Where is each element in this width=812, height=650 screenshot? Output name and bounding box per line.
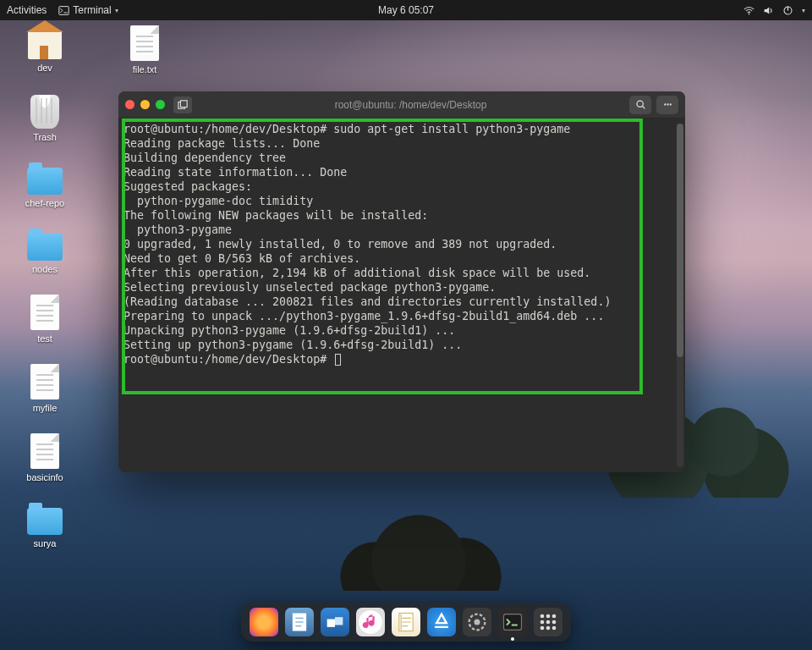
dock (241, 603, 571, 642)
gear-icon (465, 610, 489, 634)
dock-item-notes[interactable] (392, 608, 420, 636)
svg-point-26 (552, 620, 557, 625)
svg-point-24 (540, 620, 545, 625)
terminal-icon (501, 610, 524, 634)
svg-point-25 (546, 620, 551, 625)
notes-icon (394, 610, 418, 634)
file-icon (130, 25, 159, 61)
new-tab-button[interactable] (173, 96, 192, 113)
maximize-icon[interactable] (156, 100, 165, 109)
svg-rect-5 (180, 100, 187, 107)
svg-rect-0 (59, 6, 69, 14)
svg-rect-15 (327, 620, 335, 627)
activities-button[interactable]: Activities (7, 4, 47, 16)
terminal-scrollbar[interactable] (677, 124, 683, 467)
music-icon (359, 610, 382, 634)
file-icon (30, 295, 59, 330)
desktop-icon-basicinfo[interactable]: basicinfo (15, 433, 74, 482)
chevron-down-icon: ▾ (115, 7, 118, 14)
window-title: root@ubuntu: /home/dev/Desktop (192, 99, 629, 111)
minimize-icon[interactable] (140, 100, 150, 109)
window-controls (125, 100, 165, 109)
dock-item-app-store[interactable] (427, 608, 456, 636)
desktop-icon-label: test (37, 333, 52, 344)
folder-icon (27, 234, 63, 261)
desktop-icon-label: basicinfo (26, 472, 63, 482)
close-icon[interactable] (125, 100, 134, 109)
terminal-icon (58, 5, 69, 16)
svg-point-8 (664, 103, 666, 105)
app-menu[interactable]: Terminal ▾ (58, 4, 118, 16)
desktop-icon-myfile[interactable]: myfile (15, 364, 74, 413)
desktop-icon-dev[interactable]: dev (15, 25, 74, 74)
terminal-titlebar[interactable]: root@ubuntu: /home/dev/Desktop (118, 91, 685, 118)
power-icon[interactable] (782, 5, 793, 16)
svg-point-21 (540, 614, 545, 619)
text-editor-icon (288, 610, 311, 634)
svg-point-23 (552, 614, 557, 619)
svg-point-27 (540, 626, 545, 631)
folder-icon (27, 168, 63, 195)
folder-icon (27, 508, 63, 535)
app-menu-label: Terminal (73, 4, 111, 16)
files-icon (323, 610, 347, 634)
svg-rect-16 (335, 617, 343, 625)
scrollbar-thumb[interactable] (677, 124, 683, 357)
dock-item-music[interactable] (356, 608, 385, 636)
dock-item-firefox[interactable] (250, 608, 278, 636)
dock-item-settings[interactable] (463, 608, 491, 636)
dock-item-text-editor[interactable] (285, 608, 314, 636)
top-bar: Activities Terminal ▾ May 6 05:07 ▾ (0, 0, 812, 20)
hamburger-menu-button[interactable] (656, 96, 678, 114)
dock-item-apps-grid[interactable] (534, 608, 562, 636)
desktop-icon-label: nodes (32, 264, 58, 274)
desktop-icon-label: chef-repo (25, 198, 64, 208)
trash-icon (30, 95, 59, 129)
desktop-icon-label: file.txt (133, 64, 157, 74)
desktop-icon-label: Trash (33, 132, 57, 142)
terminal-output: root@ubuntu:/home/dev/Desktop# sudo apt-… (123, 122, 680, 366)
svg-point-10 (669, 103, 671, 105)
desktop-icon-trash[interactable]: Trash (15, 95, 74, 142)
desktop-icon-filetxt[interactable]: file.txt (115, 25, 174, 74)
app-store-icon (430, 610, 453, 634)
terminal-body[interactable]: root@ubuntu:/home/dev/Desktop# sudo apt-… (118, 118, 685, 472)
svg-point-28 (546, 626, 551, 631)
svg-point-9 (667, 103, 668, 105)
svg-point-6 (637, 101, 643, 107)
home-folder-icon (28, 30, 62, 59)
svg-point-29 (552, 626, 557, 631)
clock[interactable]: May 6 05:07 (378, 4, 434, 16)
apps-grid-icon (536, 610, 560, 634)
system-menu-caret-icon[interactable]: ▾ (802, 7, 805, 14)
desktop-icon-label: dev (37, 63, 52, 73)
file-icon (30, 364, 59, 399)
file-icon (30, 433, 59, 469)
terminal-cursor (335, 354, 341, 366)
desktop-icon-nodes[interactable]: nodes (15, 229, 74, 274)
dock-item-files[interactable] (321, 608, 349, 636)
desktop-icon-label: surya (34, 538, 57, 548)
svg-rect-20 (504, 614, 522, 631)
svg-point-22 (546, 614, 551, 619)
desktop-icon-surya[interactable]: surya (15, 503, 74, 548)
svg-line-7 (642, 107, 645, 109)
desktop-icon-test[interactable]: test (15, 295, 74, 344)
wifi-icon[interactable] (743, 5, 754, 16)
desktop-icon-label: myfile (33, 403, 58, 413)
terminal-window[interactable]: root@ubuntu: /home/dev/Desktop root@ubun… (118, 91, 685, 472)
volume-icon[interactable] (763, 5, 774, 16)
search-button[interactable] (629, 96, 651, 114)
svg-point-19 (475, 620, 480, 625)
dock-item-terminal[interactable] (498, 608, 527, 636)
svg-point-1 (749, 13, 750, 14)
desktop-icon-chef-repo[interactable]: chef-repo (15, 162, 74, 208)
